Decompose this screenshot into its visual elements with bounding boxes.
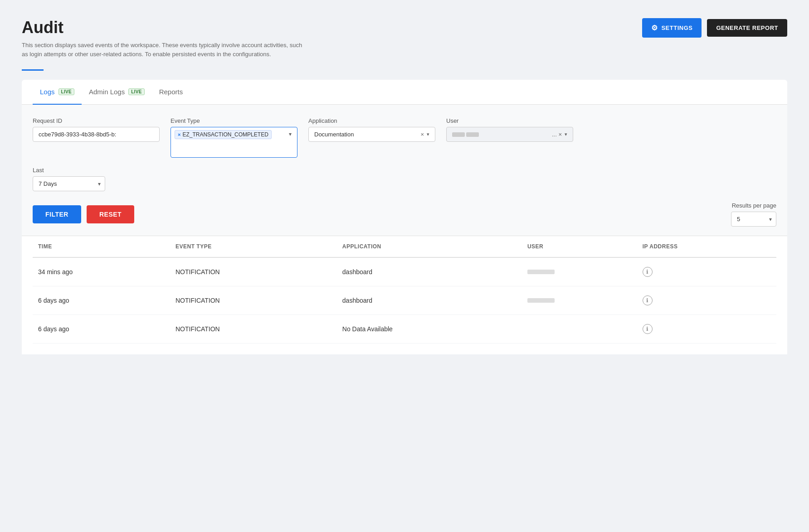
event-type-arrow[interactable]: ▾ [287, 130, 293, 138]
filters-row1: Request ID Event Type × EZ_TRANSACTION_C… [33, 117, 776, 158]
col-ip-address: IP ADDRESS [637, 236, 776, 257]
results-per-page-label: Results per page [732, 202, 776, 209]
generate-report-label: GENERATE REPORT [716, 24, 778, 31]
main-card: Logs LIVE Admin Logs LIVE Reports Reques… [22, 80, 787, 354]
event-type-group: Event Type × EZ_TRANSACTION_COMPLETED ▾ [171, 117, 297, 158]
col-time: TIME [33, 236, 170, 257]
tab-admin-logs[interactable]: Admin Logs LIVE [82, 80, 152, 105]
info-icon[interactable]: ℹ [643, 295, 653, 305]
cell-user [522, 315, 637, 343]
logs-live-badge: LIVE [58, 88, 74, 95]
generate-report-button[interactable]: GENERATE REPORT [707, 19, 787, 37]
application-group: Application Documentation × ▾ [308, 117, 435, 142]
last-label: Last [33, 167, 776, 174]
application-label: Application [308, 117, 435, 124]
filter-btn-label: FILTER [45, 211, 68, 218]
page-description: This section displays saved events of th… [22, 41, 303, 58]
user-group: User ... × ▾ [446, 117, 573, 142]
user-caret-icon[interactable]: ▾ [565, 131, 567, 137]
application-clear-btn[interactable]: × [420, 131, 424, 138]
user-label: User [446, 117, 573, 124]
tab-reports-label: Reports [159, 88, 183, 96]
event-type-label: Event Type [171, 117, 297, 124]
tab-reports[interactable]: Reports [152, 80, 190, 105]
filter-buttons-row: FILTER RESET Results per page 5 10 25 50… [33, 202, 776, 227]
table-section: TIME EVENT TYPE APPLICATION USER IP ADDR… [22, 236, 787, 354]
cell-time: 6 days ago [33, 315, 170, 343]
col-user: USER [522, 236, 637, 257]
col-application: APPLICATION [337, 236, 522, 257]
event-type-tags: × EZ_TRANSACTION_COMPLETED [175, 130, 287, 139]
gear-icon: ⚙ [651, 24, 658, 32]
info-icon[interactable]: ℹ [643, 267, 653, 277]
tab-logs[interactable]: Logs LIVE [33, 80, 82, 105]
cell-ip-address: ℹ [637, 315, 776, 343]
request-id-input[interactable] [33, 127, 160, 142]
cell-application: dashboard [337, 286, 522, 315]
user-select-actions: ... × ▾ [552, 131, 567, 138]
header-buttons: ⚙ SETTINGS GENERATE REPORT [642, 18, 787, 38]
last-select-wrapper: Last 7 Days 30 Days 90 Days 1 Year [33, 167, 776, 191]
last-select-container: 7 Days 30 Days 90 Days 1 Year [33, 176, 105, 191]
cell-event-type: NOTIFICATION [170, 257, 337, 286]
tabs-row: Logs LIVE Admin Logs LIVE Reports [22, 80, 787, 105]
table-header-row: TIME EVENT TYPE APPLICATION USER IP ADDR… [33, 236, 776, 257]
cell-application: dashboard [337, 257, 522, 286]
cell-time: 34 mins ago [33, 257, 170, 286]
table-row: 34 mins agoNOTIFICATIONdashboardℹ [33, 257, 776, 286]
blur-block [527, 270, 555, 274]
multiselect-dropdown-area [175, 141, 293, 155]
event-type-multiselect[interactable]: × EZ_TRANSACTION_COMPLETED ▾ [171, 127, 297, 158]
dot-block-2 [466, 132, 479, 137]
results-per-page-select[interactable]: 5 10 25 50 100 [731, 212, 776, 227]
user-clear-btn[interactable]: ... × [552, 131, 562, 138]
settings-label: SETTINGS [661, 24, 692, 31]
filters-section: Request ID Event Type × EZ_TRANSACTION_C… [22, 105, 787, 236]
tab-admin-logs-label: Admin Logs [89, 88, 125, 96]
info-icon[interactable]: ℹ [643, 324, 653, 334]
cell-event-type: NOTIFICATION [170, 315, 337, 343]
tag-remove-btn[interactable]: × [178, 132, 180, 137]
filter-button[interactable]: FILTER [33, 205, 81, 223]
user-select[interactable]: ... × ▾ [446, 127, 573, 142]
table-row: 6 days agoNOTIFICATIONNo Data Availableℹ [33, 315, 776, 343]
reset-button[interactable]: RESET [87, 205, 134, 223]
blur-block [527, 298, 555, 303]
request-id-group: Request ID [33, 117, 160, 142]
cell-application: No Data Available [337, 315, 522, 343]
user-blurred [527, 298, 632, 303]
admin-logs-live-badge: LIVE [128, 88, 144, 95]
audit-table: TIME EVENT TYPE APPLICATION USER IP ADDR… [33, 236, 776, 343]
user-blurred [527, 270, 632, 274]
table-row: 6 days agoNOTIFICATIONdashboardℹ [33, 286, 776, 315]
cell-user [522, 286, 637, 315]
user-placeholder [452, 132, 552, 137]
col-event-type: EVENT TYPE [170, 236, 337, 257]
application-value: Documentation [314, 131, 420, 138]
event-type-tag: × EZ_TRANSACTION_COMPLETED [175, 130, 272, 139]
page-title: Audit [22, 18, 303, 37]
cell-ip-address: ℹ [637, 286, 776, 315]
application-caret-icon[interactable]: ▾ [427, 131, 429, 137]
dot-block-1 [452, 132, 465, 137]
last-select[interactable]: 7 Days 30 Days 90 Days 1 Year [33, 176, 105, 191]
cell-ip-address: ℹ [637, 257, 776, 286]
tag-label: EZ_TRANSACTION_COMPLETED [182, 131, 268, 138]
reset-btn-label: RESET [99, 211, 122, 218]
cell-time: 6 days ago [33, 286, 170, 315]
results-select-container: 5 10 25 50 100 [731, 212, 776, 227]
application-select-actions: × ▾ [420, 131, 429, 138]
request-id-label: Request ID [33, 117, 160, 124]
results-per-page: Results per page 5 10 25 50 100 [731, 202, 776, 227]
settings-button[interactable]: ⚙ SETTINGS [642, 18, 702, 38]
filters-row2: Last 7 Days 30 Days 90 Days 1 Year [33, 167, 776, 191]
application-select[interactable]: Documentation × ▾ [308, 127, 435, 142]
cell-user [522, 257, 637, 286]
cell-event-type: NOTIFICATION [170, 286, 337, 315]
tab-logs-label: Logs [40, 88, 55, 96]
